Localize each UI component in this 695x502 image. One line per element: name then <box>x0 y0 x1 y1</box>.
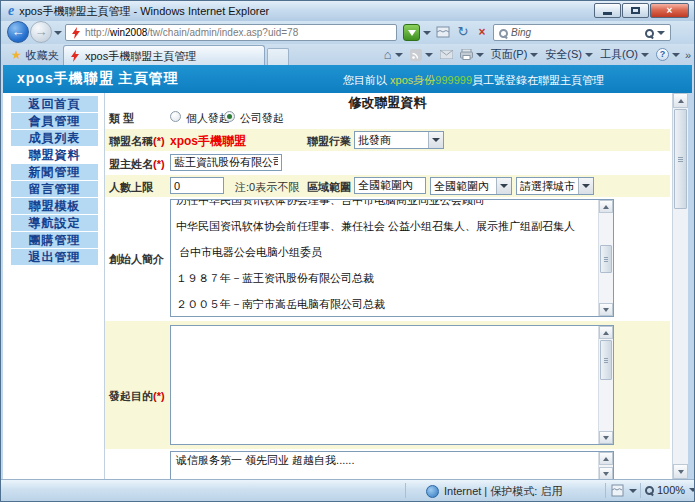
sidebar-item-member-list[interactable]: 成員列表 <box>11 130 98 146</box>
limit-input[interactable] <box>170 177 224 194</box>
sidebar-item-members[interactable]: 會員管理 <box>11 113 98 129</box>
home-button[interactable]: ⌂ <box>382 46 405 64</box>
refresh-button[interactable]: ↻ <box>454 24 472 41</box>
back-button[interactable]: ← <box>7 21 29 43</box>
scroll-up-button[interactable] <box>599 452 613 465</box>
compatibility-status-button[interactable] <box>611 484 637 497</box>
overflow-chevron-icon[interactable]: » <box>685 49 691 61</box>
industry-label: 聯盟行業 <box>307 134 351 149</box>
help-icon: ? <box>656 48 669 61</box>
owner-input[interactable] <box>170 154 282 171</box>
textarea-scrollbar[interactable] <box>598 452 613 479</box>
new-tab-button[interactable] <box>267 48 289 66</box>
scrollbar-thumb[interactable] <box>600 340 612 380</box>
textarea-scrollbar[interactable] <box>598 200 613 316</box>
region-input[interactable] <box>354 177 426 194</box>
region-select[interactable]: 全國範圍內 <box>430 177 512 195</box>
sidebar-item-messages[interactable]: 留言管理 <box>11 181 98 197</box>
select-arrow-icon[interactable] <box>428 132 443 148</box>
address-bar: ← → http://win2008/tw/chain/admin/index.… <box>1 21 694 44</box>
page-scrollbar[interactable] <box>672 93 688 479</box>
select-arrow-icon[interactable] <box>578 178 593 194</box>
page-menu-dropdown-icon <box>530 53 538 57</box>
address-field[interactable]: http://win2008/tw/chain/admin/index.asp?… <box>65 24 397 41</box>
login-status: 您目前以 xpos身份999999員工號登錄在聯盟主頁管理 <box>343 73 604 88</box>
scroll-up-button[interactable] <box>673 93 688 108</box>
owner-label: 盟主姓名(*) <box>109 157 165 172</box>
feeds-button[interactable] <box>408 46 435 64</box>
row-purpose: 發起目的(*) <box>105 321 670 449</box>
page-status-icon <box>611 484 625 497</box>
safety-menu-button[interactable]: 安全(S) <box>543 46 595 64</box>
scrollbar-thumb[interactable] <box>600 245 612 273</box>
scroll-up-button[interactable] <box>599 200 613 213</box>
forward-button[interactable]: → <box>30 21 52 43</box>
zoom-control[interactable]: 100% <box>645 484 695 496</box>
founder-intro-textarea[interactable]: 历任中华民国资讯软体协会理事、台中市电脑商业同业公会顾问 中华民国资讯软体协会前… <box>170 199 614 317</box>
sidebar-item-logout[interactable]: 退出管理 <box>11 249 98 265</box>
scroll-down-button[interactable] <box>673 464 688 479</box>
select-arrow-icon[interactable] <box>496 178 511 194</box>
radio-company-label[interactable]: 公司發起 <box>240 111 284 126</box>
help-button[interactable]: ? <box>654 46 682 64</box>
scroll-down-button[interactable] <box>599 431 613 444</box>
sidebar-item-news[interactable]: 新聞管理 <box>11 164 98 180</box>
read-mail-button[interactable] <box>438 46 455 64</box>
ie-logo-icon: e <box>8 4 14 18</box>
row-alliance-name: 聯盟名稱(*) xpos手機聯盟 聯盟行業 批發商 <box>105 129 670 151</box>
feeds-dropdown-icon[interactable] <box>425 53 433 57</box>
addon-dropdown-icon[interactable] <box>423 31 431 35</box>
search-dropdown-icon[interactable] <box>657 31 665 35</box>
purpose-textarea[interactable] <box>170 325 614 445</box>
addon-icon[interactable] <box>403 24 420 41</box>
home-icon: ⌂ <box>384 48 392 61</box>
minimize-button[interactable] <box>594 3 621 18</box>
tab-active[interactable]: xpos手機聯盟主頁管理 <box>63 45 265 66</box>
rss-icon <box>410 49 422 61</box>
radio-company[interactable] <box>224 111 235 122</box>
close-button[interactable]: × <box>650 3 689 18</box>
textarea-scrollbar[interactable] <box>598 326 613 444</box>
row-limit: 人數上限 注:0表示不限 區域範圍 全國範圍內 請選擇城市 <box>105 175 670 197</box>
stop-button[interactable]: × <box>473 24 491 41</box>
scrollbar-thumb[interactable] <box>674 109 687 209</box>
page-header: xpos手機聯盟 主頁管理 您目前以 xpos身份999999員工號登錄在聯盟主… <box>3 65 692 93</box>
row-type: 類 型 個人發起 公司發起 <box>105 107 670 129</box>
sidebar-item-group-buy[interactable]: 團購管理 <box>11 232 98 248</box>
sidebar-item-alliance-info[interactable]: 聯盟資料 <box>11 147 98 163</box>
radio-personal[interactable] <box>170 111 181 122</box>
tab-title: xpos手機聯盟主頁管理 <box>85 49 196 64</box>
tools-menu-button[interactable]: 工具(O) <box>598 46 651 64</box>
safety-menu-dropdown-icon <box>585 53 593 57</box>
scroll-up-button[interactable] <box>599 326 613 339</box>
sidebar: 返回首頁 會員管理 成員列表 聯盟資料 新聞管理 留言管理 聯盟模板 導航設定 … <box>3 93 104 479</box>
home-dropdown-icon[interactable] <box>395 53 403 57</box>
industry-select[interactable]: 批發商 <box>354 131 444 149</box>
search-input[interactable]: Bing <box>493 24 671 41</box>
url-text: http://win2008/tw/chain/admin/index.asp?… <box>85 27 298 38</box>
page-menu-button[interactable]: 页面(P) <box>489 46 541 64</box>
zoom-dropdown-icon[interactable] <box>689 488 695 492</box>
thumb-grip-icon <box>604 360 608 361</box>
print-button[interactable] <box>458 46 486 64</box>
tools-menu-dropdown-icon <box>641 53 649 57</box>
scroll-down-button[interactable] <box>599 467 613 479</box>
sidebar-item-templates[interactable]: 聯盟模板 <box>11 198 98 214</box>
slogan-textarea[interactable]: 诚信服务第一 领先同业 超越自我...... <box>170 451 614 479</box>
maximize-button[interactable] <box>622 3 649 18</box>
city-select[interactable]: 請選擇城市 <box>516 177 594 195</box>
sidebar-item-home[interactable]: 返回首頁 <box>11 96 98 112</box>
tabs-bar: ★ 收藏夹 xpos手機聯盟主頁管理 ⌂ 页面(P) 安全(S) 工具(O) <box>1 44 694 65</box>
search-go-icon[interactable] <box>645 29 653 37</box>
compat-dropdown-icon[interactable] <box>629 489 637 493</box>
compatibility-view-button[interactable] <box>434 24 452 41</box>
thumb-grip-icon <box>678 159 683 160</box>
help-dropdown-icon <box>672 53 680 57</box>
favorites-label: 收藏夹 <box>26 48 59 63</box>
history-dropdown-icon[interactable] <box>54 31 62 35</box>
favorites-button[interactable]: ★ 收藏夹 <box>5 46 65 64</box>
alliance-name-value: xpos手機聯盟 <box>170 133 246 150</box>
print-dropdown-icon[interactable] <box>476 53 484 57</box>
sidebar-item-navigation[interactable]: 導航設定 <box>11 215 98 231</box>
scroll-down-button[interactable] <box>599 303 613 316</box>
